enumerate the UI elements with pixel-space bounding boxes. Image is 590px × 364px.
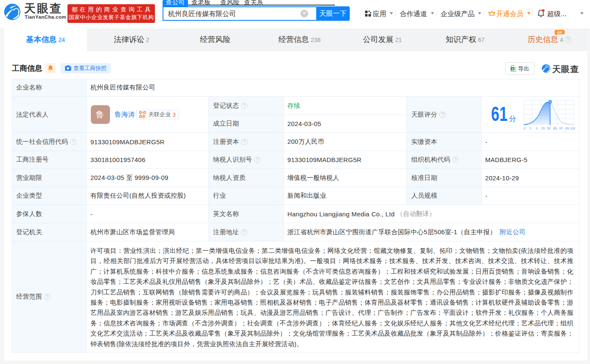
svg-text:VIP: VIP [557, 31, 563, 34]
svg-text:X: X [511, 67, 514, 70]
